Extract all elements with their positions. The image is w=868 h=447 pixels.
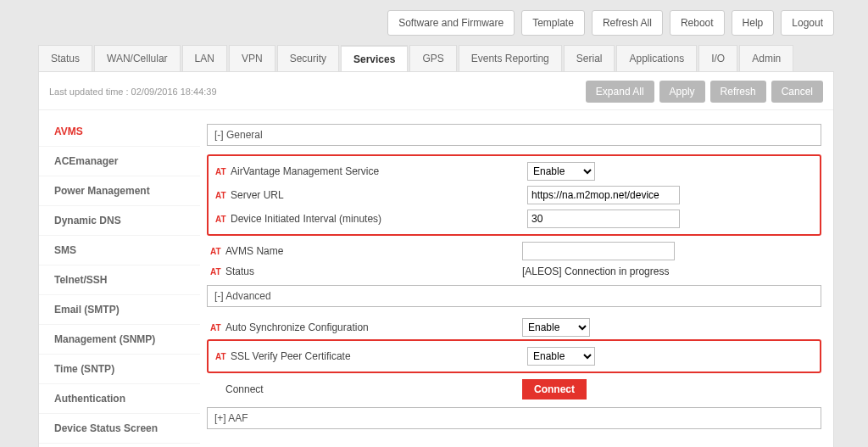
- tab-services[interactable]: Services: [341, 45, 408, 72]
- sidebar-item-authentication[interactable]: Authentication: [39, 384, 200, 414]
- tab-vpn[interactable]: VPN: [229, 45, 275, 72]
- server-url-input[interactable]: [527, 186, 680, 204]
- sidebar-item-management-snmp[interactable]: Management (SNMP): [39, 325, 200, 355]
- autosync-label: Auto Synchronize Configuration: [225, 321, 522, 333]
- reboot-button[interactable]: Reboot: [670, 10, 725, 36]
- ssl-verify-label: SSL Verify Peer Certificate: [231, 350, 527, 362]
- at-marker: AT: [212, 215, 231, 224]
- tab-admin[interactable]: Admin: [739, 45, 793, 72]
- last-updated-time: Last updated time : 02/09/2016 18:44:39: [49, 87, 217, 97]
- server-url-label: Server URL: [231, 189, 527, 201]
- group-header-advanced[interactable]: [-] Advanced: [207, 285, 821, 307]
- main-tabs: Status WAN/Cellular LAN VPN Security Ser…: [0, 44, 868, 71]
- sidebar-item-email-smtp[interactable]: Email (SMTP): [39, 295, 200, 325]
- tab-security[interactable]: Security: [277, 45, 339, 72]
- general-highlight-box: AT AirVantage Management Service Enable …: [207, 154, 821, 236]
- refresh-all-button[interactable]: Refresh All: [592, 10, 663, 36]
- connect-label: Connect: [225, 383, 522, 395]
- tab-io[interactable]: I/O: [698, 45, 737, 72]
- software-firmware-button[interactable]: Software and Firmware: [387, 10, 515, 36]
- group-header-aaf[interactable]: [+] AAF: [207, 407, 821, 429]
- sidebar-item-power-management[interactable]: Power Management: [39, 176, 200, 206]
- avms-name-label: AVMS Name: [225, 245, 522, 257]
- cancel-button[interactable]: Cancel: [771, 81, 823, 103]
- tab-events-reporting[interactable]: Events Reporting: [459, 45, 562, 72]
- help-button[interactable]: Help: [732, 10, 775, 36]
- ssl-highlight-box: AT SSL Verify Peer Certificate Enable: [207, 339, 821, 373]
- at-marker: AT: [212, 191, 231, 200]
- tab-applications[interactable]: Applications: [616, 45, 697, 72]
- at-marker: AT: [212, 167, 231, 176]
- group-header-general[interactable]: [-] General: [207, 124, 821, 146]
- at-marker: AT: [207, 247, 225, 256]
- tab-wan-cellular[interactable]: WAN/Cellular: [94, 45, 181, 72]
- interval-label: Device Initiated Interval (minutes): [231, 213, 527, 225]
- airvantage-mgmt-label: AirVantage Management Service: [231, 165, 527, 177]
- status-value: [ALEOS] Connection in progress: [522, 265, 669, 277]
- template-button[interactable]: Template: [521, 10, 585, 36]
- sidebar-item-avms[interactable]: AVMS: [39, 117, 200, 147]
- content-panel: Last updated time : 02/09/2016 18:44:39 …: [38, 71, 834, 447]
- sidebar-item-sms[interactable]: SMS: [39, 236, 200, 265]
- interval-input[interactable]: [527, 210, 680, 228]
- refresh-button[interactable]: Refresh: [710, 81, 766, 103]
- sidebar-item-dynamic-dns[interactable]: Dynamic DNS: [39, 206, 200, 236]
- tab-lan[interactable]: LAN: [182, 45, 227, 72]
- top-button-bar: Software and Firmware Template Refresh A…: [0, 0, 868, 44]
- logout-button[interactable]: Logout: [781, 10, 834, 36]
- sidebar-item-telnet-ssh[interactable]: Telnet/SSH: [39, 265, 200, 295]
- status-label: Status: [225, 265, 522, 277]
- tab-gps[interactable]: GPS: [409, 45, 456, 72]
- expand-all-button[interactable]: Expand All: [586, 81, 654, 103]
- sidebar-item-time-sntp[interactable]: Time (SNTP): [39, 355, 200, 384]
- sidebar-item-device-status-screen[interactable]: Device Status Screen: [39, 414, 200, 444]
- sidebar: AVMS ACEmanager Power Management Dynamic…: [39, 110, 200, 447]
- at-marker: AT: [207, 323, 225, 332]
- avms-name-input[interactable]: [522, 242, 675, 260]
- at-marker: AT: [207, 267, 225, 277]
- tab-status[interactable]: Status: [38, 45, 92, 72]
- apply-button[interactable]: Apply: [659, 81, 705, 103]
- main-content: [-] General AT AirVantage Management Ser…: [200, 110, 833, 447]
- ssl-verify-select[interactable]: Enable: [527, 347, 595, 366]
- autosync-select[interactable]: Enable: [522, 318, 590, 337]
- airvantage-mgmt-select[interactable]: Enable: [527, 162, 595, 181]
- tab-serial[interactable]: Serial: [564, 45, 615, 72]
- sidebar-item-acemanager[interactable]: ACEmanager: [39, 147, 200, 176]
- at-marker: AT: [212, 352, 231, 361]
- connect-button[interactable]: Connect: [522, 379, 587, 400]
